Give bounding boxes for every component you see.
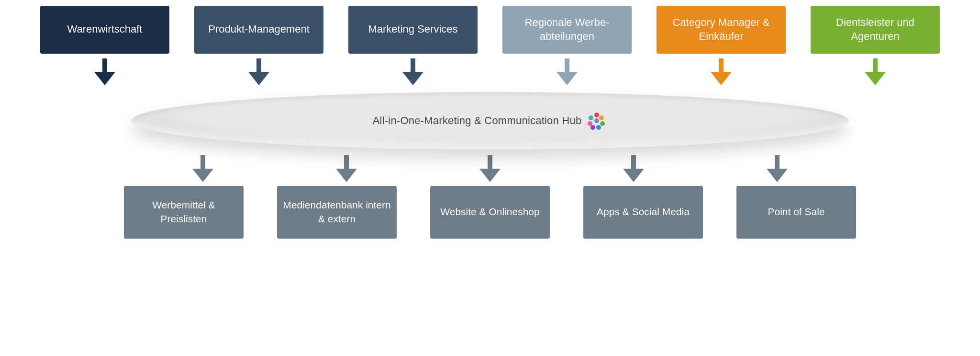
box-regionale-werbe: Regionale Werbe-abteilungen xyxy=(502,6,632,54)
arrow-col-2 xyxy=(194,58,323,85)
svg-rect-22 xyxy=(344,155,349,170)
box-warenwirtschaft-label: Warenwirtschaft xyxy=(67,23,143,36)
hub-label-text: All-in-One-Marketing & Communication Hub xyxy=(373,115,582,127)
svg-point-12 xyxy=(594,113,599,117)
box-website-label: Website & Onlineshop xyxy=(440,205,539,218)
bottom-arrow-col-3 xyxy=(437,155,543,182)
svg-point-14 xyxy=(600,121,605,126)
hub-section: All-in-One-Marketing & Communication Hub xyxy=(21,92,959,149)
svg-rect-24 xyxy=(488,155,492,170)
bottom-arrow-2 xyxy=(336,155,357,182)
svg-point-15 xyxy=(596,125,601,130)
svg-marker-25 xyxy=(479,169,501,182)
box-warenwirtschaft: Warenwirtschaft xyxy=(40,6,169,54)
svg-point-13 xyxy=(599,115,604,120)
box-werbemittel: Werbemittel & Preislisten xyxy=(124,186,244,239)
hub-dots-icon xyxy=(586,110,607,131)
box-apps-social: Apps & Social Media xyxy=(583,186,703,239)
svg-marker-29 xyxy=(767,169,788,182)
svg-rect-20 xyxy=(200,155,205,170)
arrow-col-1 xyxy=(40,58,169,85)
arrow-down-warenwirtschaft xyxy=(94,58,115,85)
box-point-of-sale: Point of Sale xyxy=(736,186,856,239)
svg-point-19 xyxy=(594,118,599,123)
box-mediendatenbank: Mediendatenbank intern & extern xyxy=(277,186,397,239)
svg-marker-3 xyxy=(248,72,269,85)
arrow-down-produkt xyxy=(248,58,269,85)
arrow-col-6 xyxy=(811,58,940,85)
svg-marker-5 xyxy=(402,72,423,85)
top-arrows-row xyxy=(21,58,959,85)
box-diensleister-label: Dientsleister und Agenturen xyxy=(816,16,934,43)
svg-point-18 xyxy=(589,115,593,120)
svg-rect-8 xyxy=(719,58,724,73)
box-produkt-management-label: Produkt-Management xyxy=(208,23,310,36)
svg-point-17 xyxy=(588,121,592,126)
box-diensleister: Dientsleister und Agenturen xyxy=(811,6,940,54)
bottom-arrow-col-4 xyxy=(581,155,686,182)
arrow-down-diensleister xyxy=(865,58,886,85)
arrow-down-category xyxy=(711,58,732,85)
svg-point-16 xyxy=(590,125,595,130)
bottom-arrow-col-2 xyxy=(294,155,399,182)
hub-ellipse: All-in-One-Marketing & Communication Hub xyxy=(131,92,849,149)
box-marketing-services-label: Marketing Services xyxy=(368,23,457,36)
svg-marker-11 xyxy=(865,72,886,85)
svg-marker-27 xyxy=(623,169,644,182)
box-marketing-services: Marketing Services xyxy=(348,6,478,54)
bottom-arrow-5 xyxy=(767,155,788,182)
box-werbemittel-label: Werbemittel & Preislisten xyxy=(129,198,239,226)
svg-marker-21 xyxy=(192,169,213,182)
bottom-arrow-col-5 xyxy=(724,155,830,182)
box-category-manager-label: Category Manager & Einkäufer xyxy=(662,16,780,43)
arrow-col-5 xyxy=(657,58,786,85)
arrow-down-regionale xyxy=(557,58,578,85)
main-diagram: Warenwirtschaft Produkt-Management Marke… xyxy=(21,6,959,351)
svg-marker-9 xyxy=(711,72,732,85)
svg-marker-1 xyxy=(94,72,115,85)
box-category-manager: Category Manager & Einkäufer xyxy=(657,6,786,54)
hub-label: All-in-One-Marketing & Communication Hub xyxy=(373,110,608,131)
svg-marker-7 xyxy=(557,72,578,85)
box-mediendatenbank-label: Mediendatenbank intern & extern xyxy=(282,198,392,226)
bottom-arrow-1 xyxy=(192,155,213,182)
top-boxes-row: Warenwirtschaft Produkt-Management Marke… xyxy=(21,6,959,54)
svg-rect-0 xyxy=(102,58,107,73)
bottom-arrow-col-1 xyxy=(150,155,256,182)
svg-rect-10 xyxy=(873,58,878,73)
arrow-col-4 xyxy=(502,58,632,85)
bottom-boxes-row: Werbemittel & Preislisten Mediendatenban… xyxy=(107,186,873,239)
bottom-arrow-4 xyxy=(623,155,644,182)
svg-marker-23 xyxy=(336,169,357,182)
svg-rect-6 xyxy=(565,58,569,73)
svg-rect-4 xyxy=(411,58,415,73)
box-apps-social-label: Apps & Social Media xyxy=(597,205,690,218)
arrow-down-marketing xyxy=(402,58,423,85)
box-regionale-werbe-label: Regionale Werbe-abteilungen xyxy=(508,16,626,43)
box-website: Website & Onlineshop xyxy=(430,186,550,239)
box-produkt-management: Produkt-Management xyxy=(194,6,323,54)
bottom-arrows-row xyxy=(131,155,849,182)
arrow-col-3 xyxy=(348,58,478,85)
box-point-of-sale-label: Point of Sale xyxy=(768,205,824,218)
svg-rect-28 xyxy=(775,155,780,170)
svg-rect-2 xyxy=(256,58,261,73)
bottom-arrow-3 xyxy=(479,155,501,182)
svg-rect-26 xyxy=(631,155,636,170)
